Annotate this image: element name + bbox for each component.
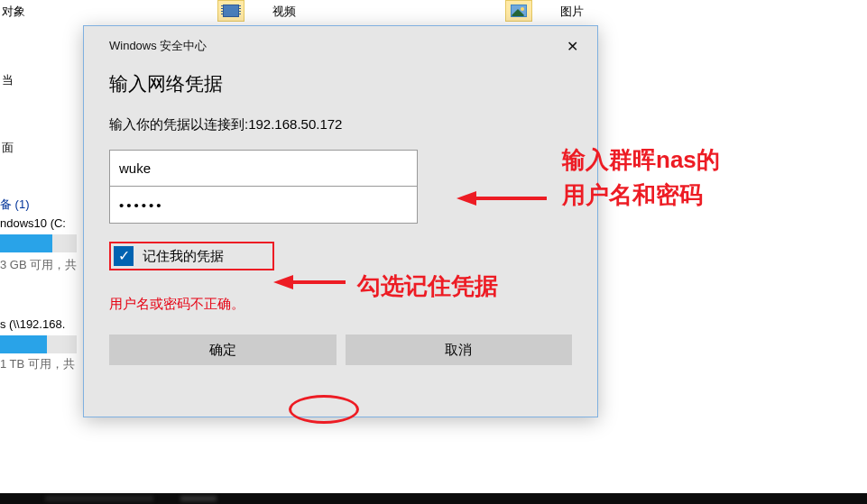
arrow-right-icon [457, 189, 551, 207]
remember-credentials-row[interactable]: ✓ 记住我的凭据 [109, 242, 274, 270]
bg-drive-c-bar [0, 234, 52, 252]
username-field[interactable] [110, 151, 417, 187]
bg-drive-c-label[interactable]: ndows10 (C: [0, 216, 66, 230]
bg-pic-label: 图片 [560, 4, 584, 20]
bg-video-label: 视频 [272, 4, 296, 20]
close-button[interactable]: ✕ [561, 35, 583, 57]
bg-pic-folder[interactable] [505, 0, 532, 22]
dialog-prompt: 输入你的凭据以连接到:192.168.50.172 [109, 116, 572, 133]
dialog-heading: 输入网络凭据 [109, 71, 572, 96]
annotation-left: 勾选记住凭据 [357, 269, 498, 304]
bg-nas-free: 1 TB 可用，共 [0, 356, 75, 372]
dialog-title: Windows 安全中心 [109, 38, 207, 54]
bg-frag2: 面 [2, 140, 14, 156]
dialog-target-host: 192.168.50.172 [248, 116, 342, 132]
close-icon: ✕ [567, 38, 578, 55]
cancel-button[interactable]: 取消 [346, 334, 573, 365]
dialog-titlebar: Windows 安全中心 ✕ [84, 26, 597, 62]
remember-label: 记住我的凭据 [143, 248, 224, 265]
ok-button[interactable]: 确定 [109, 334, 337, 365]
annotation-right-line2: 用户名和密码 [562, 181, 703, 208]
checkmark-icon: ✓ [118, 249, 130, 263]
annotation-right: 输入群晖nas的 用户名和密码 [562, 142, 720, 213]
bg-object-label: 对象 [2, 4, 25, 20]
annotation-right-line1: 输入群晖nas的 [562, 146, 720, 173]
bg-nas-label[interactable]: s (\\192.168. [0, 317, 65, 331]
bg-nas-bar [0, 335, 47, 353]
credential-input-group [109, 150, 418, 224]
bg-video-folder[interactable] [217, 0, 244, 22]
bg-frag1: 当 [2, 72, 14, 88]
credential-dialog: Windows 安全中心 ✕ 输入网络凭据 输入你的凭据以连接到:192.168… [83, 25, 598, 417]
error-message: 用户名或密码不正确。 [109, 296, 572, 313]
bg-drive-c-free: 3 GB 可用，共 [0, 257, 77, 273]
dialog-prompt-prefix: 输入你的凭据以连接到: [109, 116, 248, 132]
taskbar-fragment [0, 493, 867, 504]
remember-checkbox[interactable]: ✓ [114, 246, 134, 266]
password-field[interactable] [110, 187, 417, 223]
svg-marker-1 [457, 191, 476, 206]
bg-devices-header: 备 (1) [0, 197, 30, 213]
arrow-left-icon [273, 273, 350, 291]
svg-marker-3 [273, 275, 293, 289]
